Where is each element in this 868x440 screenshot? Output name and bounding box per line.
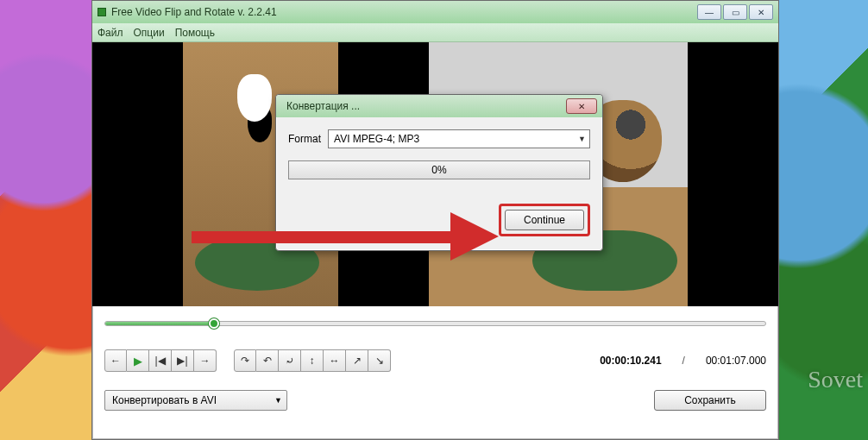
video-preview-area: Конвертация ... ✕ Format AVI MPEG-4; MP3… bbox=[92, 42, 778, 306]
dialog-titlebar[interactable]: Конвертация ... ✕ bbox=[276, 95, 602, 117]
play-button[interactable]: ▶ bbox=[127, 349, 149, 372]
chevron-down-icon: ▼ bbox=[578, 135, 586, 143]
transform-group: ↷ ↶ ⤾ ↕ ↔ ↗ ↘ bbox=[234, 349, 391, 372]
continue-highlight: Continue bbox=[499, 204, 590, 236]
chevron-down-icon: ▼ bbox=[274, 396, 282, 405]
progress-bar: 0% bbox=[288, 160, 590, 179]
time-current: 00:00:10.241 bbox=[600, 355, 661, 367]
app-title: Free Video Flip and Rotate v. 2.2.41 bbox=[111, 6, 277, 18]
menu-file[interactable]: Файл bbox=[97, 27, 123, 39]
titlebar[interactable]: Free Video Flip and Rotate v. 2.2.41 — ▭… bbox=[92, 1, 778, 23]
conversion-dialog: Конвертация ... ✕ Format AVI MPEG-4; MP3… bbox=[275, 94, 603, 251]
step-back-button[interactable]: |◀ bbox=[149, 349, 172, 372]
flip-horizontal-button[interactable]: ↔ bbox=[324, 349, 346, 372]
menu-bar: Файл Опции Помощь bbox=[92, 23, 778, 42]
window-maximize-button[interactable]: ▭ bbox=[723, 4, 747, 20]
save-button[interactable]: Сохранить bbox=[654, 390, 766, 411]
dialog-title: Конвертация ... bbox=[286, 100, 360, 112]
menu-options[interactable]: Опции bbox=[134, 27, 165, 39]
rotate-180-button[interactable]: ⤾ bbox=[279, 349, 301, 372]
format-select[interactable]: AVI MPEG-4; MP3 ▼ bbox=[328, 129, 590, 148]
step-fwd-button[interactable]: ▶| bbox=[172, 349, 194, 372]
output-format-value: Конвертировать в AVI bbox=[112, 394, 217, 406]
dialog-close-button[interactable]: ✕ bbox=[566, 98, 597, 114]
output-format-select[interactable]: Конвертировать в AVI ▼ bbox=[104, 390, 287, 411]
format-label: Format bbox=[288, 133, 321, 145]
controls-row: ← ▶ |◀ ▶| → ↷ ↶ ⤾ ↕ ↔ ↗ ↘ 00:00:10.241 /… bbox=[92, 341, 778, 380]
time-total: 00:01:07.000 bbox=[706, 355, 766, 367]
seek-thumb[interactable] bbox=[209, 318, 219, 329]
rotate-ccw-button[interactable]: ↶ bbox=[256, 349, 279, 372]
continue-button[interactable]: Continue bbox=[505, 210, 584, 230]
seek-bar[interactable] bbox=[104, 321, 766, 326]
time-separator: / bbox=[682, 355, 685, 367]
window-close-button[interactable]: ✕ bbox=[749, 4, 773, 20]
bottom-row: Конвертировать в AVI ▼ Сохранить bbox=[92, 380, 778, 420]
progress-text: 0% bbox=[431, 164, 446, 176]
app-icon bbox=[97, 8, 106, 16]
next-frame-button[interactable]: → bbox=[194, 349, 217, 372]
playback-group: ← ▶ |◀ ▶| → bbox=[104, 349, 217, 372]
prev-frame-button[interactable]: ← bbox=[104, 349, 127, 372]
app-window: Free Video Flip and Rotate v. 2.2.41 — ▭… bbox=[91, 0, 779, 440]
seek-bar-row bbox=[92, 306, 778, 341]
flip-vertical-button[interactable]: ↕ bbox=[301, 349, 324, 372]
menu-help[interactable]: Помощь bbox=[175, 27, 215, 39]
flip-diag2-button[interactable]: ↘ bbox=[368, 349, 391, 372]
window-minimize-button[interactable]: — bbox=[697, 4, 721, 20]
rotate-cw-button[interactable]: ↷ bbox=[234, 349, 256, 372]
format-value: AVI MPEG-4; MP3 bbox=[334, 133, 419, 145]
flip-diag1-button[interactable]: ↗ bbox=[346, 349, 368, 372]
